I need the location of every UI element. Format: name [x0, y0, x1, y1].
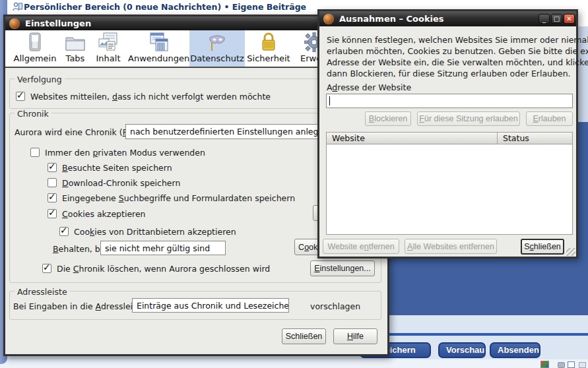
visited-label: Besuchte Seiten speichern: [62, 163, 172, 173]
allow-session-button[interactable]: Für diese Sitzung erlauben: [417, 111, 520, 126]
security-lock-icon: [244, 32, 294, 53]
history-mode-dropdown[interactable]: nach benutzerdefinierten Einstellungen a…: [125, 124, 318, 139]
privacy-mask-icon: [189, 32, 245, 53]
cookie-exceptions-window-title: Ausnahmen – Cookies: [339, 14, 444, 24]
locationbar-dropdown[interactable]: Einträge aus Chronik und Lesezeichen: [132, 298, 289, 313]
content-icon: [91, 32, 125, 53]
tab-datenschutz[interactable]: Datenschutz: [189, 30, 245, 67]
close-button[interactable]: ✕: [564, 14, 575, 24]
preview-button[interactable]: Vorschau: [438, 342, 486, 358]
accept-cookies-label: Cookies akzeptieren: [62, 209, 146, 219]
emoticon-icon[interactable]: [540, 361, 549, 368]
locationbar-legend: Adressleiste: [15, 287, 70, 297]
tab-allgemein[interactable]: Allgemein: [13, 30, 57, 67]
intro-line: Sie können festlegen, welchen Websites S…: [327, 35, 588, 45]
clear-history-settings-button[interactable]: Einstellungen...: [310, 261, 375, 276]
websites-table[interactable]: [326, 132, 573, 235]
visited-checkbox[interactable]: ✓: [48, 163, 57, 172]
tabs-icon: [61, 32, 90, 53]
dnt-label: Websites mitteilen, dass ich nicht verfo…: [30, 92, 271, 102]
download-history-label: Download-Chronik speichern: [62, 178, 180, 188]
tab-inhalt[interactable]: Inhalt: [91, 30, 125, 67]
general-icon: [13, 32, 57, 53]
preferences-window-title: Einstellungen: [25, 18, 91, 28]
quote-icon[interactable]: [579, 362, 586, 368]
intro-line: dann Blockieren, für diese Sitzung erlau…: [327, 69, 571, 78]
forms-label: Eingegebene Suchbegriffe und Formulardat…: [62, 193, 295, 203]
block-button[interactable]: Blockieren: [365, 111, 411, 126]
clear-history-label: Die Chronik löschen, wenn Aurora geschlo…: [57, 264, 270, 274]
address-input[interactable]: [326, 94, 573, 108]
resize-grip[interactable]: [566, 248, 575, 256]
dnt-checkbox[interactable]: ✓: [16, 92, 25, 101]
tab-anwendungen[interactable]: Anwendungen: [128, 30, 189, 67]
address-label: Adresse der Website: [327, 82, 411, 92]
tab-sicherheit[interactable]: Sicherheit: [244, 30, 294, 67]
text-caret: [329, 96, 330, 106]
download-history-checkbox[interactable]: ✓: [48, 178, 57, 187]
third-party-cookies-checkbox[interactable]: ✓: [59, 227, 69, 236]
page-band-footer: [0, 359, 588, 368]
aurora-app-icon: [9, 18, 20, 29]
accept-cookies-checkbox[interactable]: ✓: [48, 209, 57, 218]
minimize-button[interactable]: _: [539, 14, 550, 24]
column-header-status[interactable]: Status: [503, 133, 529, 143]
intro-line: erlauben möchten, Cookies zu benutzen. G…: [327, 46, 588, 56]
prefs-close-button[interactable]: Schließen: [282, 328, 326, 344]
user-group-icon: [13, 2, 22, 11]
locationbar-suffix: vorschlagen: [310, 301, 360, 311]
websites-table-header: Website Status: [327, 133, 572, 144]
allow-button[interactable]: Erlauben: [526, 111, 573, 126]
intro-line: Adresse der Website ein, die Sie verwalt…: [327, 57, 588, 67]
personal-area-link[interactable]: Persönlicher Bereich (0 neue Nachrichten…: [24, 2, 306, 12]
maximize-button[interactable]: □: [551, 14, 562, 24]
locationbar-label: Bei Eingaben in die Adressleiste: [13, 301, 145, 311]
cookie-dialog-close-button[interactable]: Schließen: [521, 239, 564, 255]
attachment-icon[interactable]: [558, 362, 565, 368]
remove-website-button[interactable]: Website entfernen: [323, 239, 399, 254]
applications-icon: [128, 32, 189, 53]
column-divider[interactable]: [497, 133, 498, 144]
prefs-help-button[interactable]: Hilfe: [333, 328, 377, 344]
private-mode-label: Immer den privaten Modus verwenden: [45, 148, 205, 158]
private-mode-checkbox[interactable]: ✓: [30, 148, 40, 157]
forms-checkbox[interactable]: ✓: [48, 193, 57, 202]
remove-all-websites-button[interactable]: Alle Websites entfernen: [405, 239, 497, 254]
tab-tabs[interactable]: Tabs: [61, 30, 90, 67]
submit-button[interactable]: Absenden: [490, 342, 540, 358]
keep-until-dropdown[interactable]: sie nicht mehr gültig sind: [100, 241, 226, 255]
column-header-website[interactable]: Website: [332, 133, 365, 143]
clear-history-checkbox[interactable]: ✓: [42, 264, 51, 273]
aurora-app-icon: [323, 14, 334, 24]
tracking-legend: Verfolgung: [15, 75, 65, 84]
page-icon[interactable]: [568, 361, 575, 368]
history-mode-label: Aurora wird eine Chronik (F):: [15, 127, 133, 137]
history-legend: Chronik: [15, 109, 51, 119]
third-party-cookies-label: Cookies von Drittanbietern akzeptieren: [74, 227, 236, 237]
cookie-exceptions-window: Ausnahmen – Cookies _ □ ✕ Sie können fes…: [317, 9, 578, 259]
cookie-exceptions-titlebar[interactable]: Ausnahmen – Cookies _ □ ✕: [319, 11, 576, 26]
